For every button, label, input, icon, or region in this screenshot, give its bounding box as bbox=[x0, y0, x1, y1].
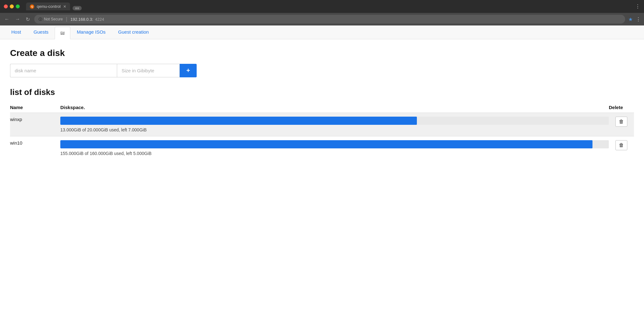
disk-size-input[interactable] bbox=[117, 64, 180, 77]
tab-guest-creation[interactable]: Guest creation bbox=[112, 25, 155, 39]
url-port: 4224 bbox=[95, 17, 104, 22]
tab-disk-manager[interactable]: 🖭 bbox=[55, 27, 70, 39]
disk-icon: 🖭 bbox=[60, 30, 65, 36]
browser-chrome: Q qemu-control ✕ ≡≡ ⋮ bbox=[0, 0, 644, 13]
disk-bar-container bbox=[60, 117, 609, 125]
create-disk-form: + bbox=[10, 64, 634, 77]
disk-table: Name Diskspace. Delete winxp 13.000GiB o… bbox=[10, 102, 634, 160]
maximize-window-button[interactable] bbox=[16, 4, 20, 8]
col-header-diskspace: Diskspace. bbox=[60, 102, 609, 113]
refresh-button[interactable]: ↻ bbox=[25, 16, 31, 23]
col-header-delete: Delete bbox=[609, 102, 634, 113]
tab-close-button[interactable]: ✕ bbox=[63, 4, 66, 9]
browser-menu-icon[interactable]: ⋮ bbox=[636, 16, 641, 22]
disk-name-input[interactable] bbox=[10, 64, 117, 77]
address-bar: ← → ↻ ⓘ Not Secure | 192.168.0.3:4224 ★ … bbox=[0, 13, 644, 25]
table-row: winxp 13.000GiB of 20.000GiB used, left … bbox=[10, 113, 634, 136]
disk-bar-label: 155.000GiB of 160.000GiB used, left 5.00… bbox=[60, 151, 609, 156]
nav-tabs: Host Guests 🖭 Manage ISOs Guest creation bbox=[0, 25, 644, 39]
page-body: Create a disk + list of disks Name Disks… bbox=[0, 39, 644, 169]
list-disks-title: list of disks bbox=[10, 87, 634, 97]
add-disk-button[interactable]: + bbox=[180, 64, 197, 77]
delete-cell: 🗑 bbox=[609, 113, 634, 136]
disk-bar-cell: 13.000GiB of 20.000GiB used, left 7.000G… bbox=[60, 113, 609, 136]
browser-toolbar-actions: ⋮ bbox=[635, 3, 640, 9]
disk-bar-label: 13.000GiB of 20.000GiB used, left 7.000G… bbox=[60, 127, 609, 132]
chrome-menu-icon[interactable]: ⋮ bbox=[635, 3, 640, 9]
disk-bar-container bbox=[60, 140, 609, 148]
security-icon: ⓘ bbox=[39, 17, 42, 22]
extensions-pill[interactable]: ≡≡ bbox=[73, 6, 82, 10]
close-window-button[interactable] bbox=[4, 4, 8, 8]
col-header-name: Name bbox=[10, 102, 60, 113]
disk-bar-fill bbox=[60, 117, 417, 125]
tab-guests[interactable]: Guests bbox=[27, 25, 55, 39]
disk-bar-cell: 155.000GiB of 160.000GiB used, left 5.00… bbox=[60, 136, 609, 160]
tab-title: qemu-control bbox=[37, 4, 61, 9]
minimize-window-button[interactable] bbox=[10, 4, 14, 8]
create-disk-title: Create a disk bbox=[10, 48, 634, 58]
back-button[interactable]: ← bbox=[3, 16, 11, 23]
url-base: 192.168.0.3: bbox=[70, 17, 93, 22]
url-bar[interactable]: ⓘ Not Secure | 192.168.0.3:4224 bbox=[34, 15, 625, 24]
browser-tab-bar: Q qemu-control ✕ ≡≡ bbox=[26, 3, 632, 10]
tab-favicon: Q bbox=[30, 4, 34, 9]
security-label: Not Secure bbox=[44, 17, 63, 21]
disk-bar-fill bbox=[60, 140, 592, 148]
disk-name-cell: win10 bbox=[10, 136, 60, 160]
tab-manage-isos[interactable]: Manage ISOs bbox=[70, 25, 112, 39]
forward-button[interactable]: → bbox=[14, 16, 21, 23]
active-browser-tab[interactable]: Q qemu-control ✕ bbox=[26, 3, 70, 10]
delete-disk-button[interactable]: 🗑 bbox=[615, 140, 627, 150]
bookmark-star-icon[interactable]: ★ bbox=[628, 16, 633, 22]
table-row: win10 155.000GiB of 160.000GiB used, lef… bbox=[10, 136, 634, 160]
disk-name-cell: winxp bbox=[10, 113, 60, 136]
tab-host[interactable]: Host bbox=[5, 25, 27, 39]
delete-cell: 🗑 bbox=[609, 136, 634, 160]
delete-disk-button[interactable]: 🗑 bbox=[615, 117, 627, 127]
traffic-lights bbox=[4, 4, 20, 8]
app-content: Host Guests 🖭 Manage ISOs Guest creation… bbox=[0, 25, 644, 246]
